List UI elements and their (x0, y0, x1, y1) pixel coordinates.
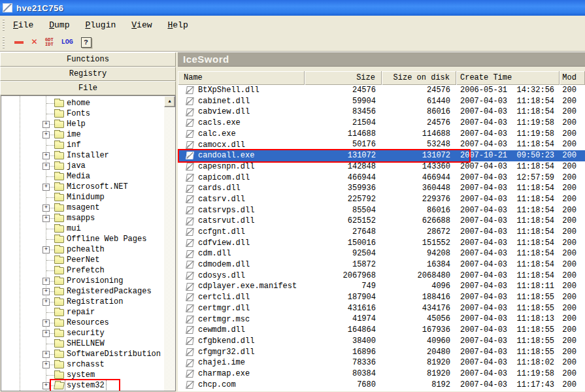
file-icon (186, 337, 194, 345)
expand-plus-icon[interactable]: + (42, 288, 50, 295)
table-row[interactable]: capesnpn.dll1428481433602007-04-03 11:18… (178, 161, 585, 172)
expand-plus-icon[interactable]: + (42, 299, 50, 306)
table-row[interactable]: cards.dll3599363604482007-04-03 11:18:54… (178, 183, 585, 194)
table-row[interactable]: cdplayer.exe.manifest74940962007-04-03 1… (178, 281, 585, 292)
table-row[interactable]: chcp.com768081922007-04-03 11:17:43200 (178, 380, 585, 391)
tree-item-inf[interactable]: inf (1, 140, 163, 150)
table-row[interactable]: camocx.dll50176532482007-04-03 11:18:542… (178, 139, 585, 150)
table-row[interactable]: catsrvut.dll6251526266882007-04-03 11:18… (178, 216, 585, 227)
tree-item-provisioning[interactable]: +Provisioning (1, 276, 163, 286)
column-header-create-time[interactable]: Create Time (456, 71, 560, 85)
tree-item-peernet[interactable]: PeerNet (1, 255, 163, 265)
table-row[interactable]: charmap.exe80384819202007-04-03 11:19:58… (178, 368, 585, 380)
expand-plus-icon[interactable]: + (42, 382, 50, 389)
tree-item-java[interactable]: +java (1, 161, 163, 171)
expand-plus-icon[interactable]: + (42, 246, 50, 253)
panel-button-functions[interactable]: Functions (0, 52, 176, 67)
table-row[interactable]: cdmodem.dll15872163842007-04-03 11:18:54… (178, 259, 585, 270)
expand-plus-icon[interactable]: + (42, 152, 50, 159)
tree-item-system[interactable]: system (1, 370, 163, 380)
menu-item-dump[interactable]: Dump (44, 18, 75, 32)
expand-plus-icon[interactable]: + (42, 361, 50, 368)
column-header-size-on-disk[interactable]: Size on disk (382, 71, 456, 85)
table-row[interactable]: catsrvps.dll85504860162007-04-03 11:18:5… (178, 205, 585, 216)
tree-item-installer[interactable]: +Installer (1, 150, 163, 161)
column-header-mod[interactable]: Mod (560, 71, 585, 85)
tree-connector (46, 344, 54, 344)
table-row[interactable]: certmgr.dll4316164341762007-04-03 11:18:… (178, 303, 585, 314)
expand-plus-icon[interactable]: + (42, 163, 50, 170)
titlebar[interactable]: hve21C756 (0, 0, 585, 16)
tree-item-mui[interactable]: mui (1, 223, 163, 234)
tree-item-media[interactable]: Media (1, 171, 163, 182)
tree-item-system32[interactable]: +system32 (1, 380, 163, 391)
expand-plus-icon[interactable]: + (42, 184, 50, 191)
close-x-icon[interactable]: ✕ (31, 37, 37, 47)
table-row[interactable]: cabview.dll83456860162007-04-03 11:18:54… (178, 106, 585, 118)
tree-item-registeredpackages[interactable]: +RegisteredPackages (1, 286, 163, 297)
tree-item-repair[interactable]: repair (1, 307, 163, 318)
panel-button-file[interactable]: File (0, 81, 176, 95)
menu-item-view[interactable]: View (126, 18, 157, 32)
table-row[interactable]: candoall.exe1310721310722007-10-21 09:50… (178, 150, 585, 161)
expand-plus-icon[interactable]: + (42, 121, 50, 128)
folder-icon (54, 278, 64, 285)
file-name-cell: cdfview.dll (178, 238, 305, 249)
tree-item-prefetch[interactable]: Prefetch (1, 265, 163, 276)
toolbar-grip[interactable] (3, 37, 5, 48)
log-button[interactable]: LOG (61, 39, 73, 46)
tree-item-microsoft-net[interactable]: +Microsoft.NET (1, 182, 163, 192)
menu-item-file[interactable]: File (8, 18, 39, 32)
tree-item-shellnew[interactable]: SHELLNEW (1, 338, 163, 349)
expand-plus-icon[interactable]: + (42, 215, 50, 222)
table-row[interactable]: certmgr.msc41974450562007-04-03 11:18:13… (178, 314, 585, 325)
tree-item-security[interactable]: +security (1, 328, 163, 338)
table-row[interactable]: catsrv.dll2257922293762007-04-03 11:18:5… (178, 194, 585, 205)
expand-plus-icon[interactable]: + (42, 351, 50, 358)
table-row[interactable]: cdfview.dll1500161515522007-04-03 11:18:… (178, 238, 585, 249)
menu-item-plugin[interactable]: Plugin (80, 18, 121, 32)
minus-icon[interactable] (14, 41, 24, 44)
table-row[interactable]: chajei.ime78336819202007-04-03 11:18:022… (178, 357, 585, 368)
tree-item-ehome[interactable]: ehome (1, 98, 163, 108)
table-row[interactable]: cewmdm.dll1648641679362007-04-03 11:18:5… (178, 325, 585, 336)
tree-item-msapps[interactable]: +msapps (1, 213, 163, 223)
table-row[interactable]: cfgbkend.dll38400409602007-04-03 11:18:5… (178, 336, 585, 347)
expand-plus-icon[interactable]: + (42, 278, 50, 285)
tree-item-registration[interactable]: +Registration (1, 297, 163, 307)
file-modify-time-cell: 200 (560, 336, 585, 347)
menu-item-help[interactable]: Help (162, 18, 193, 32)
table-row[interactable]: BtXpShell.dll24576245762006-05-31 14:32:… (178, 85, 585, 96)
expand-plus-icon[interactable]: + (42, 319, 50, 327)
tree-item-msagent[interactable]: +msagent (1, 203, 163, 213)
column-header-size[interactable]: Size (305, 71, 382, 85)
expand-plus-icon[interactable]: + (42, 131, 50, 139)
table-row[interactable]: ccfgnt.dll27648286722007-04-03 11:18:542… (178, 227, 585, 238)
table-row[interactable]: cdosys.dll206796820684802007-04-03 11:18… (178, 270, 585, 282)
tree-item-resources[interactable]: +Resources (1, 318, 163, 328)
table-row[interactable]: cdm.dll92504942082007-04-03 11:18:54200 (178, 248, 585, 259)
tree-item-srchasst[interactable]: +srchasst (1, 359, 163, 370)
expand-plus-icon[interactable]: + (42, 204, 50, 212)
table-row[interactable]: calc.exe1146881146882007-04-03 11:19:582… (178, 129, 585, 140)
tree-item-ime[interactable]: +ime (1, 129, 163, 140)
tree-item-pchealth[interactable]: +pchealth (1, 244, 163, 255)
tree-item-offline-web-pages[interactable]: Offline Web Pages (1, 234, 163, 244)
help-icon[interactable]: ? (81, 37, 92, 48)
tree-item-minidump[interactable]: Minidump (1, 192, 163, 203)
tree-scrollbar[interactable]: ▲ (164, 96, 175, 391)
table-row[interactable]: cfgmgr32.dll16896204802007-04-03 11:18:5… (178, 347, 585, 358)
table-row[interactable]: cabinet.dll59904614402007-04-03 11:18:54… (178, 96, 585, 107)
tree-item-softwaredistribution[interactable]: +SoftwareDistribution (1, 349, 163, 359)
panel-button-registry[interactable]: Registry (0, 67, 176, 81)
table-row[interactable]: certcli.dll1879041884162007-04-03 11:18:… (178, 292, 585, 303)
menubar-grip[interactable] (3, 19, 5, 31)
scroll-up-arrow-icon[interactable]: ▲ (164, 96, 175, 107)
gdt-idt-button[interactable]: GDT IDT (45, 38, 54, 47)
tree-item-fonts[interactable]: Fonts (1, 108, 163, 119)
tree-item-help[interactable]: +Help (1, 119, 163, 129)
expand-plus-icon[interactable]: + (42, 330, 50, 337)
table-row[interactable]: cacls.exe21504245762007-04-03 11:19:5820… (178, 118, 585, 129)
table-row[interactable]: capicom.dll4669444669442007-04-03 12:57:… (178, 172, 585, 184)
column-header-name[interactable]: Name (178, 71, 305, 85)
